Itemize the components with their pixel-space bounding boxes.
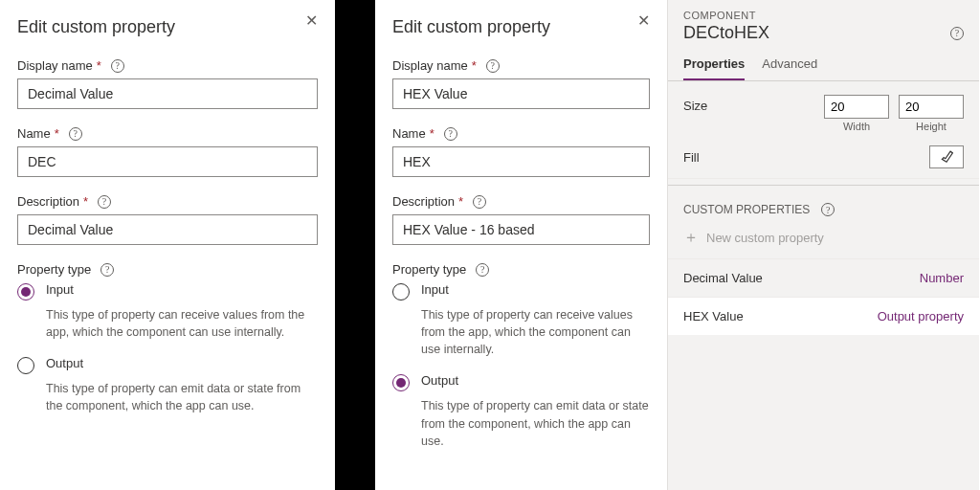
radio-icon [17,357,34,374]
custom-property-item[interactable]: Decimal Value Number [668,258,979,297]
name-label: Name* ? [17,126,318,141]
radio-icon [392,283,410,301]
close-icon[interactable]: ✕ [305,13,318,29]
tab-advanced[interactable]: Advanced [762,49,817,80]
description-label: Description* ? [17,194,318,209]
help-icon[interactable]: ? [473,195,486,209]
radio-icon [17,283,34,301]
radio-output-desc: This type of property can emit data or s… [421,397,650,449]
height-label: Height [899,121,964,132]
name-input[interactable] [392,146,650,177]
panel-title: Edit custom property [17,17,318,37]
radio-input-desc: This type of property can receive values… [46,306,318,341]
empty-area [668,335,979,490]
radio-output[interactable]: Output [392,373,650,391]
display-name-input[interactable] [392,78,650,109]
height-input[interactable] [899,95,964,119]
property-type-label: Property type ? [392,262,650,277]
panel-title: Edit custom property [392,17,650,37]
custom-properties-header: CUSTOM PROPERTIES ? [668,185,979,226]
help-icon[interactable]: ? [950,27,964,40]
help-icon[interactable]: ? [100,263,114,277]
help-icon[interactable]: ? [444,127,457,141]
help-icon[interactable]: ? [69,127,82,141]
new-custom-property-button[interactable]: ＋ New custom property [668,226,979,258]
section-label: COMPONENT [668,0,979,21]
type-tag: Output property [878,309,964,323]
component-properties-panel: COMPONENT DECtoHEX ? Properties Advanced… [668,0,979,490]
description-label: Description* ? [392,194,650,209]
help-icon[interactable]: ? [476,263,489,277]
edit-property-panel-mid: ✕ Edit custom property Display name* ? N… [375,0,668,490]
edit-property-panel-left: ✕ Edit custom property Display name* ? N… [0,0,335,490]
tabs: Properties Advanced [668,49,979,81]
close-icon[interactable]: ✕ [637,13,650,29]
radio-input[interactable]: Input [17,282,318,301]
component-name: DECtoHEX ? [668,23,979,43]
help-icon[interactable]: ? [98,195,111,209]
fill-swatch[interactable] [929,145,964,168]
width-label: Width [824,121,889,132]
description-input[interactable] [17,214,318,245]
custom-property-item[interactable]: HEX Value Output property [668,297,979,335]
type-tag: Number [920,271,964,285]
tab-properties[interactable]: Properties [683,49,745,80]
display-name-label: Display name* ? [392,58,650,73]
help-icon[interactable]: ? [111,59,124,73]
size-row: Size Width Height [668,81,979,136]
plus-icon: ＋ [683,230,699,245]
divider [335,0,375,490]
description-input[interactable] [392,214,650,245]
radio-output-desc: This type of property can emit data or s… [46,380,318,414]
width-input[interactable] [824,95,889,119]
display-name-label: Display name* ? [17,58,318,73]
fill-icon [940,150,953,164]
property-type-label: Property type ? [17,262,318,277]
radio-output[interactable]: Output [17,356,318,374]
name-label: Name* ? [392,126,650,141]
display-name-input[interactable] [17,78,318,109]
help-icon[interactable]: ? [821,203,835,216]
radio-input-desc: This type of property can receive values… [421,306,650,358]
radio-icon [392,374,410,391]
name-input[interactable] [17,146,318,177]
fill-row: Fill [668,136,979,179]
radio-input[interactable]: Input [392,282,650,301]
help-icon[interactable]: ? [486,59,500,73]
